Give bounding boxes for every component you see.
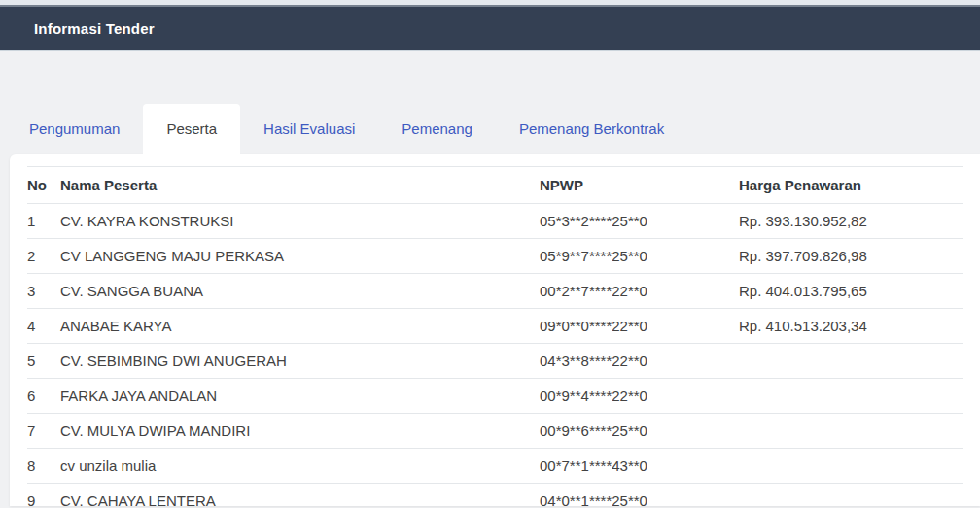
cell-npwp: 05*9**7****25**0 bbox=[540, 239, 739, 274]
cell-harga: Rp. 397.709.826,98 bbox=[739, 239, 962, 274]
table-row: 9CV. CAHAYA LENTERA04*0**1****25**0 bbox=[27, 484, 962, 508]
cell-harga bbox=[739, 414, 962, 449]
cell-nama: cv unzila mulia bbox=[60, 449, 540, 484]
table-row: 6FARKA JAYA ANDALAN00*9**4****22**0 bbox=[27, 379, 962, 414]
column-header-harga-penawaran: Harga Penawaran bbox=[739, 167, 962, 204]
table-row: 4ANABAE KARYA09*0**0****22**0Rp. 410.513… bbox=[27, 309, 962, 344]
cell-no: 5 bbox=[27, 344, 60, 379]
cell-npwp: 04*0**1****25**0 bbox=[540, 484, 739, 508]
cell-npwp: 00*9**6****25**0 bbox=[540, 414, 739, 449]
cell-nama: ANABAE KARYA bbox=[60, 309, 540, 344]
participants-table: No Nama Peserta NPWP Harga Penawaran 1CV… bbox=[27, 166, 962, 508]
cell-npwp: 00*7**1****43**0 bbox=[540, 449, 739, 484]
cell-harga bbox=[739, 344, 962, 379]
table-row: 1CV. KAYRA KONSTRUKSI05*3**2****25**0Rp.… bbox=[27, 204, 962, 239]
cell-nama: CV. SEBIMBING DWI ANUGERAH bbox=[60, 344, 540, 379]
column-header-nama-peserta: Nama Peserta bbox=[60, 167, 540, 204]
tab-hasil-evaluasi[interactable]: Hasil Evaluasi bbox=[240, 104, 378, 154]
table-header-row: No Nama Peserta NPWP Harga Penawaran bbox=[27, 167, 962, 204]
participants-table-body: 1CV. KAYRA KONSTRUKSI05*3**2****25**0Rp.… bbox=[27, 204, 962, 508]
tab-peserta[interactable]: Peserta bbox=[143, 104, 240, 154]
cell-harga bbox=[739, 484, 962, 508]
page-title: Informasi Tender bbox=[34, 20, 155, 37]
tab-bar: PengumumanPesertaHasil EvaluasiPemenangP… bbox=[0, 104, 980, 154]
cell-harga: Rp. 404.013.795,65 bbox=[739, 274, 962, 309]
top-edge-strip bbox=[0, 0, 980, 7]
tab-pemenang-berkontrak[interactable]: Pemenang Berkontrak bbox=[496, 104, 687, 154]
cell-no: 7 bbox=[27, 414, 60, 449]
cell-no: 6 bbox=[27, 379, 60, 414]
column-header-no: No bbox=[27, 167, 60, 204]
cell-npwp: 05*3**2****25**0 bbox=[540, 204, 739, 239]
cell-no: 3 bbox=[27, 274, 60, 309]
cell-npwp: 09*0**0****22**0 bbox=[540, 309, 739, 344]
cell-harga: Rp. 393.130.952,82 bbox=[739, 204, 962, 239]
cell-no: 8 bbox=[27, 449, 60, 484]
cell-npwp: 04*3**8****22**0 bbox=[540, 344, 739, 379]
cell-no: 2 bbox=[27, 239, 60, 274]
cell-nama: CV LANGGENG MAJU PERKASA bbox=[60, 239, 540, 274]
cell-nama: CV. SANGGA BUANA bbox=[60, 274, 540, 309]
table-row: 3CV. SANGGA BUANA00*2**7****22**0Rp. 404… bbox=[27, 274, 962, 309]
cell-nama: FARKA JAYA ANDALAN bbox=[60, 379, 540, 414]
cell-npwp: 00*2**7****22**0 bbox=[540, 274, 739, 309]
cell-harga bbox=[739, 449, 962, 484]
cell-harga bbox=[739, 379, 962, 414]
content-panel: No Nama Peserta NPWP Harga Penawaran 1CV… bbox=[10, 154, 980, 506]
cell-harga: Rp. 410.513.203,34 bbox=[739, 309, 962, 344]
cell-npwp: 00*9**4****22**0 bbox=[540, 379, 739, 414]
cell-nama: CV. MULYA DWIPA MANDIRI bbox=[60, 414, 540, 449]
tab-pengumuman[interactable]: Pengumuman bbox=[6, 104, 143, 154]
cell-nama: CV. CAHAYA LENTERA bbox=[60, 484, 540, 508]
cell-no: 9 bbox=[27, 484, 60, 508]
table-row: 8cv unzila mulia00*7**1****43**0 bbox=[27, 449, 962, 484]
table-row: 2CV LANGGENG MAJU PERKASA05*9**7****25**… bbox=[27, 239, 962, 274]
column-header-npwp: NPWP bbox=[540, 167, 739, 204]
title-bar: Informasi Tender bbox=[0, 7, 980, 51]
cell-nama: CV. KAYRA KONSTRUKSI bbox=[60, 204, 540, 239]
table-row: 7CV. MULYA DWIPA MANDIRI00*9**6****25**0 bbox=[27, 414, 962, 449]
cell-no: 4 bbox=[27, 309, 60, 344]
table-row: 5CV. SEBIMBING DWI ANUGERAH04*3**8****22… bbox=[27, 344, 962, 379]
cell-no: 1 bbox=[27, 204, 60, 239]
tab-pemenang[interactable]: Pemenang bbox=[378, 104, 496, 154]
